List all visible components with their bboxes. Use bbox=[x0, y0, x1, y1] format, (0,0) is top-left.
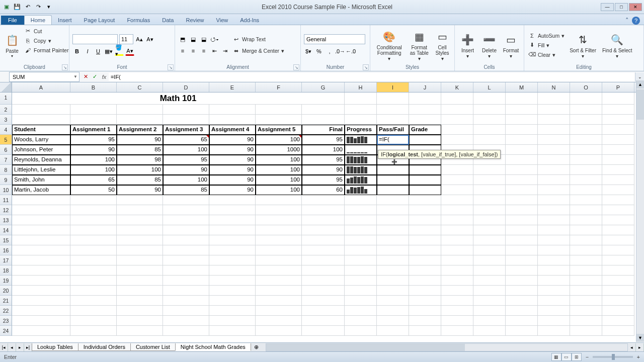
cell[interactable] bbox=[209, 205, 256, 215]
cell[interactable] bbox=[602, 185, 634, 195]
cell[interactable] bbox=[538, 205, 570, 215]
cell[interactable]: 90 bbox=[302, 165, 345, 175]
indent-increase-icon[interactable]: ⇥ bbox=[220, 46, 229, 55]
cell[interactable] bbox=[538, 306, 570, 316]
row-header-4[interactable]: 4 bbox=[0, 125, 12, 135]
paste-button[interactable]: 📋 Paste ▾ bbox=[3, 27, 21, 63]
border-button[interactable]: ▦▾ bbox=[104, 47, 113, 56]
tab-page-layout[interactable]: Page Layout bbox=[78, 16, 121, 25]
cell[interactable] bbox=[602, 125, 634, 135]
cell[interactable] bbox=[409, 165, 441, 175]
cell[interactable] bbox=[345, 185, 377, 195]
col-B[interactable]: B bbox=[70, 82, 117, 92]
cell[interactable] bbox=[538, 265, 570, 276]
cell[interactable] bbox=[409, 276, 441, 286]
cell[interactable] bbox=[602, 296, 634, 306]
cell[interactable] bbox=[506, 105, 538, 115]
col-O[interactable]: O bbox=[570, 82, 602, 92]
cell[interactable] bbox=[473, 165, 506, 175]
cell[interactable] bbox=[117, 195, 163, 205]
row-header-16[interactable]: 16 bbox=[0, 245, 12, 255]
col-L[interactable]: L bbox=[473, 82, 506, 92]
cell[interactable] bbox=[409, 235, 441, 245]
cell[interactable] bbox=[377, 105, 409, 115]
cell[interactable] bbox=[70, 276, 117, 286]
cell[interactable] bbox=[473, 255, 506, 265]
cell[interactable] bbox=[409, 306, 441, 316]
col-C[interactable]: C bbox=[117, 82, 163, 92]
cell[interactable]: 90 bbox=[209, 185, 256, 195]
cell[interactable] bbox=[441, 306, 473, 316]
cell[interactable]: 90 bbox=[209, 155, 256, 165]
cell[interactable] bbox=[602, 145, 634, 155]
close-button[interactable]: ✕ bbox=[629, 3, 642, 11]
cell[interactable] bbox=[409, 255, 441, 265]
cell[interactable] bbox=[209, 115, 256, 125]
cell[interactable] bbox=[345, 245, 377, 255]
cell[interactable]: Student bbox=[12, 125, 70, 135]
cell[interactable] bbox=[473, 135, 506, 145]
clear-button[interactable]: ⌫Clear ▾ bbox=[527, 50, 566, 59]
cell[interactable] bbox=[602, 165, 634, 175]
cell[interactable] bbox=[12, 296, 70, 306]
cell[interactable] bbox=[163, 255, 209, 265]
col-P[interactable]: P bbox=[602, 82, 634, 92]
vertical-scrollbar[interactable]: ▲ ▼ bbox=[636, 80, 644, 342]
cell[interactable] bbox=[117, 316, 163, 326]
cell[interactable] bbox=[570, 245, 602, 255]
cell[interactable] bbox=[209, 235, 256, 245]
cell[interactable]: 100 bbox=[256, 175, 302, 185]
format-painter-button[interactable]: 🖌Format Painter bbox=[23, 46, 69, 54]
cell[interactable] bbox=[506, 145, 538, 155]
cell[interactable]: Smith, John bbox=[12, 175, 70, 185]
cell[interactable] bbox=[441, 316, 473, 326]
cell[interactable] bbox=[473, 93, 506, 105]
cell[interactable] bbox=[163, 286, 209, 296]
cell[interactable] bbox=[209, 286, 256, 296]
cell[interactable] bbox=[377, 165, 409, 175]
cell[interactable] bbox=[12, 286, 70, 296]
cell[interactable] bbox=[163, 115, 209, 125]
cell[interactable] bbox=[473, 245, 506, 255]
sheet-tab-math[interactable]: Night School Math Grades bbox=[175, 343, 251, 351]
cell[interactable]: 100 bbox=[256, 185, 302, 195]
cell[interactable] bbox=[70, 195, 117, 205]
tab-file[interactable]: File bbox=[1, 16, 24, 25]
cell[interactable] bbox=[409, 326, 441, 336]
cell[interactable] bbox=[209, 265, 256, 276]
cell[interactable] bbox=[117, 326, 163, 336]
cell[interactable] bbox=[12, 195, 70, 205]
cell[interactable] bbox=[538, 165, 570, 175]
cell[interactable] bbox=[302, 115, 345, 125]
cell[interactable] bbox=[506, 175, 538, 185]
cell[interactable] bbox=[12, 265, 70, 276]
cell[interactable]: 100 bbox=[302, 145, 345, 155]
cell[interactable] bbox=[256, 286, 302, 296]
cell[interactable] bbox=[12, 115, 70, 125]
col-N[interactable]: N bbox=[538, 82, 570, 92]
cell[interactable] bbox=[602, 155, 634, 165]
cell[interactable] bbox=[570, 276, 602, 286]
cell[interactable] bbox=[345, 255, 377, 265]
cell[interactable] bbox=[441, 215, 473, 225]
col-H[interactable]: H bbox=[345, 82, 377, 92]
cell[interactable] bbox=[538, 145, 570, 155]
cell[interactable] bbox=[602, 276, 634, 286]
cell[interactable] bbox=[345, 175, 377, 185]
cell[interactable] bbox=[302, 195, 345, 205]
cell[interactable] bbox=[117, 296, 163, 306]
cell[interactable] bbox=[70, 215, 117, 225]
sheet-next-button[interactable]: ▸ bbox=[16, 343, 24, 351]
cell[interactable] bbox=[602, 306, 634, 316]
cell[interactable] bbox=[117, 255, 163, 265]
cell[interactable] bbox=[345, 155, 377, 165]
cell[interactable] bbox=[538, 115, 570, 125]
cell[interactable] bbox=[473, 276, 506, 286]
col-D[interactable]: D bbox=[163, 82, 209, 92]
cell[interactable]: 65 bbox=[163, 135, 209, 145]
cell[interactable] bbox=[209, 105, 256, 115]
cell[interactable] bbox=[538, 175, 570, 185]
cell[interactable] bbox=[570, 165, 602, 175]
cell[interactable] bbox=[209, 245, 256, 255]
cell[interactable] bbox=[377, 225, 409, 235]
